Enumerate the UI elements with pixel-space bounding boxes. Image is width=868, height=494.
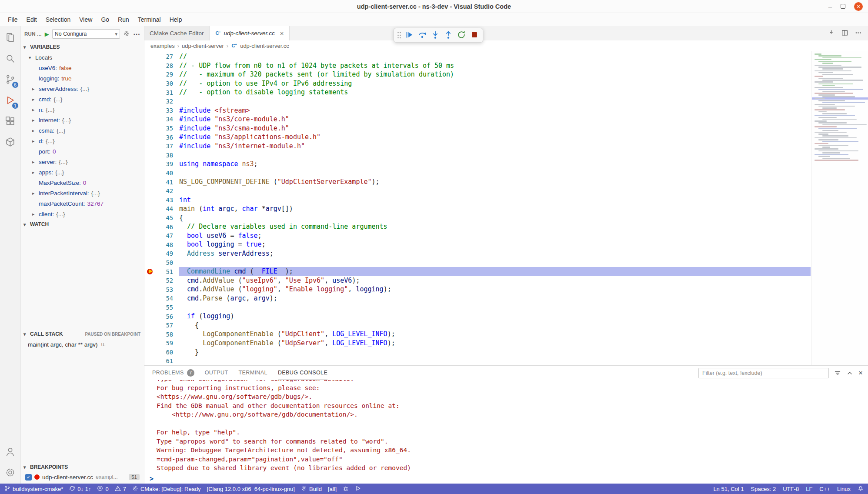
minimize-button[interactable]: – [828,3,832,10]
code-line[interactable]: ▶51 CommandLine cmd (__FILE__); [144,267,868,276]
tab-udp-client-server-cc[interactable]: C+udp-client-server.cc× [210,26,290,40]
variable-row[interactable]: ▸n:{...} [21,104,144,115]
panel-tab-output[interactable]: OUTPUT [205,366,228,380]
status-cmake-run[interactable] [355,485,361,493]
menu-go[interactable]: Go [97,15,114,24]
code-line[interactable]: 61 [144,357,868,365]
code-editor[interactable]: 27//28// - UDP flow from n0 to n1 of 102… [144,51,868,365]
stop-button[interactable] [469,30,480,41]
download-button[interactable] [828,29,835,38]
status-eol[interactable]: LF [806,486,812,492]
variable-row[interactable]: maxPacketCount:32767 [21,198,144,209]
code-line[interactable]: 36#include "ns3/applications-module.h" [144,133,868,142]
code-line[interactable]: 32 [144,97,868,106]
activity-run-and-debug[interactable]: 1 [0,90,20,111]
status-cmake-debug[interactable] [343,485,349,493]
watch-section-header[interactable]: ▾ WATCH [21,219,144,230]
menu-edit[interactable]: Edit [22,15,41,24]
code-line[interactable]: 28// - UDP flow from n0 to n1 of 1024 by… [144,61,868,70]
code-line[interactable]: 38 [144,151,868,160]
code-line[interactable]: 59 LogComponentEnable ("UdpServer", LOG_… [144,339,868,348]
variable-row[interactable]: ▸server:{...} [21,157,144,167]
breakpoints-section-header[interactable]: ▾ BREAKPOINTS [21,462,144,472]
status-notifications[interactable] [858,485,864,493]
console-filter-input[interactable] [698,368,829,378]
panel-tab-problems[interactable]: PROBLEMS7 [152,366,194,380]
breadcrumb-item[interactable]: udp-client-server.cc [240,43,289,49]
menu-selection[interactable]: Selection [41,15,75,24]
maximize-button[interactable] [841,4,845,9]
code-line[interactable]: 40 [144,169,868,178]
status-warnings-count[interactable]: 7 [115,485,126,493]
menu-help[interactable]: Help [165,15,187,24]
variable-row[interactable]: ▸client:{...} [21,209,144,219]
step-into-button[interactable] [430,30,441,41]
maximize-panel-icon[interactable] [846,370,853,377]
code-line[interactable]: 27// [144,52,868,61]
code-line[interactable]: 50 [144,258,868,267]
status-remote-os[interactable]: Linux [837,486,851,492]
tab-cmake-cache-editor[interactable]: CMake Cache Editor [144,26,210,40]
code-line[interactable]: 29// - maximum of 320 packets sent (or l… [144,70,868,79]
variable-row[interactable]: useV6:false [21,63,144,73]
code-line[interactable]: 33#include <fstream> [144,106,868,115]
code-line[interactable]: 55 [144,303,868,312]
code-line[interactable]: 48 bool logging = true; [144,240,868,249]
code-line[interactable]: 52 cmd.AddValue ("useIpv6", "Use Ipv6", … [144,276,868,285]
filter-icon[interactable] [834,370,841,377]
close-icon[interactable]: × [280,30,284,37]
code-line[interactable]: 53 cmd.AddValue ("logging", "Enable logg… [144,285,868,294]
menu-terminal[interactable]: Terminal [134,15,165,24]
code-line[interactable]: 45{ [144,214,868,223]
code-line[interactable]: 49 Address serverAddress; [144,249,868,258]
variable-row[interactable]: ▸interPacketInterval:{...} [21,188,144,198]
debug-console-input[interactable]: > [144,474,868,484]
code-line[interactable]: 43int [144,196,868,205]
panel-tab-debug-console[interactable]: DEBUG CONSOLE [278,366,327,380]
code-line[interactable]: 37#include "ns3/internet-module.h" [144,142,868,151]
debug-settings-gear-icon[interactable] [123,30,130,38]
menu-file[interactable]: File [3,15,22,24]
split-editor-button[interactable] [841,29,848,38]
variable-row[interactable]: port:0 [21,146,144,157]
status-sync-changes[interactable]: 0↓ 1↑ [69,485,91,493]
variable-row[interactable]: ▸internet:{...} [21,115,144,125]
activity-extensions[interactable] [0,111,20,132]
breakpoint-item[interactable]: ✓ udp-client-server.cc exampl... 51 [21,472,144,484]
scope-locals[interactable]: ▾ Locals [21,52,144,63]
step-over-button[interactable] [417,30,428,41]
status-encoding[interactable]: UTF-8 [783,486,799,492]
activity-source-control[interactable]: 6 [0,70,20,90]
code-line[interactable]: 47 bool useV6 = false; [144,231,868,240]
breakpoint-checkbox[interactable]: ✓ [25,474,32,481]
code-line[interactable]: 31// - option to disable logging stateme… [144,88,868,97]
status-cursor-position[interactable]: Ln 51, Col 1 [713,486,744,492]
code-line[interactable]: 44main (int argc, char *argv[]) [144,204,868,214]
activity-account[interactable] [0,442,20,463]
breadcrumb-item[interactable]: examples [150,43,175,49]
variable-row[interactable]: MaxPacketSize:0 [21,177,144,188]
code-line[interactable]: 58 LogComponentEnable ("UdpClient", LOG_… [144,330,868,339]
minimap[interactable] [811,51,868,365]
variable-row[interactable]: ▸d:{...} [21,136,144,146]
code-line[interactable]: 46 // Declare variables used in command-… [144,222,868,231]
activity-search[interactable] [0,49,20,70]
status-git-branch[interactable]: buildsystem-cmake* [4,485,63,493]
code-line[interactable]: 30// - option to use IPv4 or IPv6 addres… [144,79,868,88]
menu-run[interactable]: Run [114,15,134,24]
debug-console-output[interactable]: Type "show configuration" for configurat… [144,380,868,474]
variable-row[interactable]: ▸apps:{...} [21,167,144,177]
code-line[interactable]: 34#include "ns3/core-module.h" [144,115,868,124]
status-cmake-target[interactable]: [all] [328,486,337,492]
debug-config-dropdown[interactable]: No Configura ▾ [52,29,120,39]
variable-row[interactable]: ▸serverAddress:{...} [21,83,144,94]
step-out-button[interactable] [443,30,454,41]
status-cmake-kit[interactable]: [Clang 12.0.0 x86_64-pc-linux-gnu] [207,486,295,492]
panel-tab-terminal[interactable]: TERMINAL [238,366,267,380]
continue-button[interactable] [404,30,415,41]
close-button[interactable]: × [854,2,863,11]
activity-explorer[interactable] [0,28,20,49]
status-errors-count[interactable]: 0 [97,485,108,493]
activity-settings[interactable] [0,463,20,484]
code-line[interactable]: 39using namespace ns3; [144,160,868,169]
